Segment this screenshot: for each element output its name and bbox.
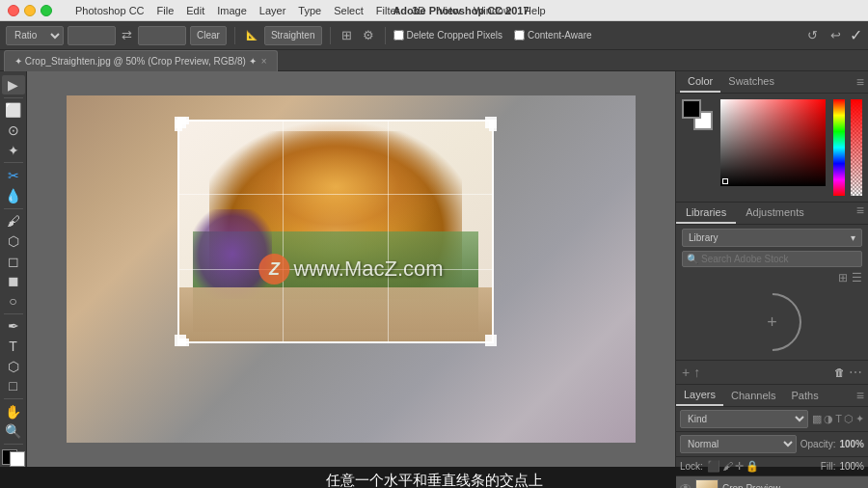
tool-magic-wand[interactable]: ✦ — [2, 141, 25, 160]
text-filter-icon[interactable]: T — [835, 413, 842, 425]
ratio-h-input[interactable] — [138, 26, 186, 45]
menu-select[interactable]: Select — [328, 3, 369, 18]
lock-position-icon[interactable]: ✛ — [735, 460, 744, 473]
separator — [234, 27, 235, 44]
lock-label: Lock: — [680, 461, 703, 472]
separator3 — [385, 27, 386, 44]
library-search-input[interactable] — [701, 254, 857, 264]
straighten-button[interactable]: Straighten — [264, 26, 322, 45]
ratio-select[interactable]: Ratio — [6, 26, 64, 45]
handle-mr[interactable] — [489, 120, 497, 131]
tool-dodge[interactable]: ○ — [2, 291, 25, 311]
shape-filter-icon[interactable]: ⬡ — [844, 413, 854, 425]
menu-type[interactable]: Type — [292, 3, 327, 18]
adjustment-filter-icon[interactable]: ◑ — [824, 413, 833, 425]
clear-button[interactable]: Clear — [190, 26, 227, 45]
tool-text[interactable]: T — [2, 337, 25, 356]
delete-cropped-checkbox[interactable] — [393, 30, 404, 41]
tab-channels[interactable]: Channels — [723, 386, 783, 405]
list-view-icon[interactable]: ☰ — [852, 271, 862, 285]
upload-icon[interactable]: ↑ — [693, 365, 700, 380]
library-search[interactable]: 🔍 — [682, 251, 862, 267]
swap-icon[interactable]: ⇄ — [120, 28, 134, 42]
separator2 — [330, 27, 331, 44]
plus-icon[interactable]: + — [682, 365, 690, 380]
tab-close-button[interactable]: × — [261, 56, 267, 67]
fg-bg-color-swatches[interactable] — [682, 99, 713, 130]
color-gradient-picker[interactable] — [720, 99, 826, 186]
tab-color[interactable]: Color — [680, 71, 720, 93]
menu-edit[interactable]: Edit — [180, 3, 210, 18]
settings-icon[interactable]: ⚙ — [360, 27, 377, 44]
handle-br[interactable] — [485, 335, 497, 346]
tool-lasso[interactable]: ⊙ — [2, 121, 25, 140]
tool-eyedropper[interactable]: 💧 — [2, 186, 25, 205]
lock-transparent-icon[interactable]: ⬛ — [707, 460, 720, 473]
tool-eraser[interactable]: ◻ — [2, 252, 25, 271]
smart-filter-icon[interactable]: ✦ — [855, 413, 864, 425]
layers-tabs: Layers Channels Paths ≡ — [676, 385, 868, 407]
tool-zoom[interactable]: 🔍 — [2, 422, 25, 442]
tool-marquee[interactable]: ⬜ — [2, 100, 25, 120]
canvas-area[interactable]: Z www.MacZ.com — [27, 71, 675, 467]
main-layout: ▶ ⬜ ⊙ ✦ ✂ 💧 🖌 ⬡ ◻ ◼ ○ ✒ T ⬡ □ ✋ 🔍 — [0, 71, 868, 467]
straighten-icon[interactable]: 📐 — [243, 27, 260, 44]
layer-item-crop-preview[interactable]: 👁 Crop Preview — [676, 476, 868, 488]
tool-hand[interactable]: ✋ — [2, 402, 25, 421]
close-button[interactable] — [8, 5, 19, 16]
toolbar: Ratio ⇄ Clear 📐 Straighten ⊞ ⚙ Delete Cr… — [0, 21, 868, 50]
libraries-options-button[interactable]: ≡ — [853, 203, 868, 224]
undo-icon[interactable]: ↩ — [827, 27, 844, 44]
delete-cropped-label: Delete Cropped Pixels — [393, 30, 503, 41]
hue-slider[interactable] — [833, 99, 845, 196]
reset-icon[interactable]: ↺ — [803, 27, 821, 44]
blend-mode-select[interactable]: Normal — [680, 435, 797, 453]
panel-options-button[interactable]: ≡ — [856, 74, 864, 90]
handle-ml[interactable] — [175, 120, 182, 131]
document-tab[interactable]: ✦ Crop_Straighten.jpg @ 50% (Crop Previe… — [4, 50, 278, 71]
grid-icon[interactable]: ⊞ — [339, 27, 356, 44]
menu-photoshop[interactable]: Photoshop CC — [69, 3, 150, 18]
handle-bm[interactable] — [177, 339, 189, 346]
search-icon: 🔍 — [687, 254, 698, 264]
tool-crop[interactable]: ✂ — [2, 166, 25, 185]
tool-pen[interactable]: ✒ — [2, 316, 25, 336]
fullscreen-button[interactable] — [41, 5, 52, 16]
menu-layer[interactable]: Layer — [254, 3, 292, 18]
library-more-icon[interactable]: ⋯ — [849, 365, 862, 380]
library-add-button[interactable]: + — [767, 312, 777, 333]
background-color[interactable] — [10, 451, 25, 467]
foreground-swatch[interactable] — [682, 99, 701, 119]
tab-swatches[interactable]: Swatches — [720, 71, 782, 93]
content-aware-checkbox[interactable] — [514, 30, 525, 41]
menu-image[interactable]: Image — [211, 3, 253, 18]
tab-paths[interactable]: Paths — [784, 386, 827, 405]
tab-libraries[interactable]: Libraries — [676, 203, 736, 224]
layer-visibility-icon[interactable]: 👁 — [680, 481, 692, 488]
menubar: Adobe Photoshop CC 2017 Photoshop CC Fil… — [0, 0, 868, 21]
alpha-slider[interactable] — [851, 99, 862, 196]
tool-clone[interactable]: ⬡ — [2, 231, 25, 251]
layers-panel: Layers Channels Paths ≡ Kind ▩ ◑ T ⬡ ✦ — [676, 384, 868, 488]
layers-options-button[interactable]: ≡ — [853, 388, 868, 403]
library-dropdown[interactable]: Library ▾ — [682, 229, 862, 247]
lock-all-icon[interactable]: 🔒 — [746, 460, 759, 473]
kind-select[interactable]: Kind — [680, 410, 808, 428]
tool-brush[interactable]: 🖌 — [2, 211, 25, 230]
commit-icon[interactable]: ✓ — [850, 26, 862, 44]
pixel-filter-icon[interactable]: ▩ — [812, 413, 822, 425]
color-swatches[interactable] — [2, 449, 25, 467]
tab-adjustments[interactable]: Adjustments — [736, 203, 814, 224]
tool-shape[interactable]: □ — [2, 376, 25, 395]
tool-move[interactable]: ▶ — [2, 75, 25, 95]
crop-box-container — [177, 120, 494, 343]
tool-gradient[interactable]: ◼ — [2, 271, 25, 290]
ratio-w-input[interactable] — [68, 26, 116, 45]
tab-layers[interactable]: Layers — [676, 385, 723, 406]
tool-path[interactable]: ⬡ — [2, 357, 25, 376]
menu-file[interactable]: File — [151, 3, 180, 18]
lock-pixels-icon[interactable]: 🖌 — [722, 460, 733, 473]
delete-library-icon[interactable]: 🗑 — [834, 366, 845, 378]
minimize-button[interactable] — [24, 5, 36, 16]
grid-view-icon[interactable]: ⊞ — [838, 271, 848, 285]
